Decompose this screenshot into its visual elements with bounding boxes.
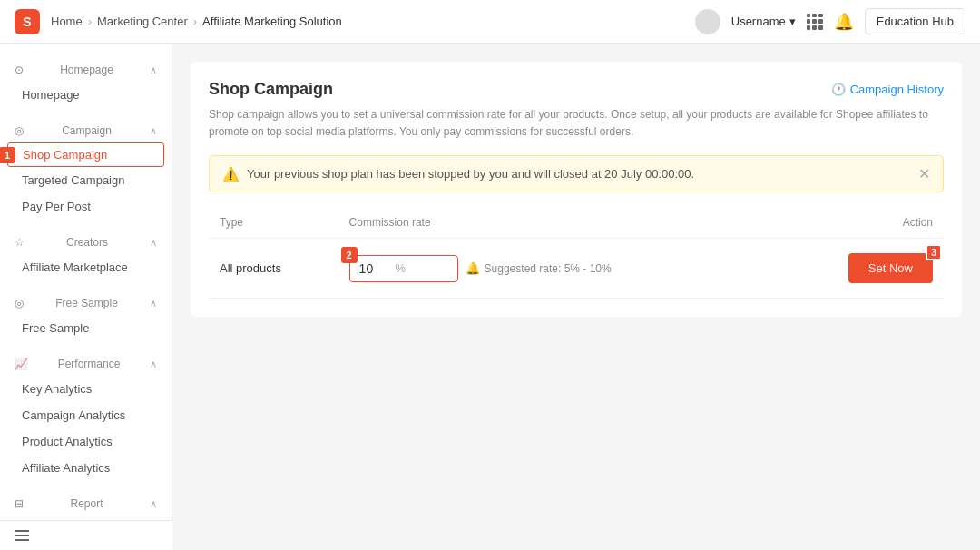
sidebar-section-homepage: ⊙ Homepage ∧ Homepage [0,51,172,112]
sidebar-section-performance: 📈 Performance ∧ Key Analytics Campaign A… [0,345,172,485]
report-section-label: Report [70,497,103,510]
homepage-chevron-icon[interactable]: ∧ [150,64,157,76]
homepage-section-icon: ⊙ [15,64,24,76]
step-badge-2: 2 [341,247,358,263]
chevron-down-icon: ▾ [789,15,796,28]
sidebar-section-header-creators: ☆ Creators ∧ [0,231,172,254]
percent-sign: % [396,261,407,275]
col-commission-rate: Commission rate [338,207,779,239]
creators-chevron-icon[interactable]: ∧ [150,237,157,249]
app-layout: ⊙ Homepage ∧ Homepage ◎ Campaign ∧ 1 Sho… [0,44,980,550]
commission-table: Type Commission rate Action All products… [209,207,944,299]
report-section-icon: ⊟ [15,497,24,510]
set-now-button[interactable]: Set Now [848,253,933,283]
table-header-row: Type Commission rate Action [209,207,944,239]
sidebar-section-header-campaign: ◎ Campaign ∧ [0,119,172,142]
free-sample-section-icon: ◎ [15,297,24,309]
alert-close-button[interactable]: ✕ [918,165,930,182]
sidebar-section-free-sample: ◎ Free Sample ∧ Free Sample [0,284,172,345]
hamburger-icon[interactable] [15,530,29,541]
performance-chevron-icon[interactable]: ∧ [150,358,157,370]
sidebar-section-header-homepage: ⊙ Homepage ∧ [0,58,172,82]
sidebar-item-pay-per-post[interactable]: Pay Per Post [0,193,172,220]
col-action: Action [779,207,944,239]
campaign-history-link[interactable]: 🕐 Campaign History [831,83,944,96]
clock-icon: 🕐 [831,83,846,96]
homepage-section-label: Homepage [60,64,113,76]
sidebar-item-key-analytics[interactable]: Key Analytics [0,376,172,402]
sidebar-item-homepage[interactable]: Homepage [0,82,172,108]
table-row: All products 2 % 🔔 Suggested [209,239,944,299]
app-logo: S [15,9,40,34]
card-description: Shop campaign allows you to set a univer… [209,106,944,141]
row-type: All products [209,239,338,299]
breadcrumb: Home › Marketing Center › Affiliate Mark… [51,15,342,28]
sidebar-item-campaign-analytics[interactable]: Campaign Analytics [0,402,172,428]
step-badge-1: 1 [0,147,15,163]
campaign-section-icon: ◎ [15,124,24,137]
free-sample-section-label: Free Sample [55,297,118,309]
row-commission: 2 % 🔔 Suggested rate: 5% - 10% [338,239,779,299]
performance-section-icon: 📈 [15,358,28,370]
performance-section-label: Performance [58,358,121,370]
breadcrumb-sep2: › [193,15,197,28]
creators-section-label: Creators [66,236,108,249]
username-button[interactable]: Username ▾ [731,15,796,28]
shop-campaign-card: Shop Campaign 🕐 Campaign History Shop ca… [191,62,962,317]
row-action: Set Now 3 [779,239,944,299]
sidebar-item-product-analytics[interactable]: Product Analytics [0,428,172,455]
sidebar-item-free-sample[interactable]: Free Sample [0,315,172,341]
campaign-section-label: Campaign [62,124,112,137]
page-title: Shop Campaign [209,80,333,99]
commission-cell: 2 % 🔔 Suggested rate: 5% - 10% [349,255,769,282]
alert-content: ⚠️ Your previous shop plan has been stop… [222,166,694,182]
sidebar-item-affiliate-analytics[interactable]: Affiliate Analytics [0,455,172,481]
suggested-rate-label: Suggested rate: 5% - 10% [485,262,612,275]
sidebar-section-header-performance: 📈 Performance ∧ [0,352,172,376]
breadcrumb-current: Affiliate Marketing Solution [202,15,342,28]
commission-input-wrap: 2 % [349,255,458,282]
breadcrumb-home[interactable]: Home [51,15,83,28]
sidebar-item-targeted-campaign[interactable]: Targeted Campaign [0,167,172,193]
sidebar-section-campaign: ◎ Campaign ∧ 1 Shop Campaign Targeted Ca… [0,112,172,223]
main-content: Shop Campaign 🕐 Campaign History Shop ca… [172,44,980,550]
sidebar-item-shop-campaign[interactable]: 1 Shop Campaign [7,142,164,167]
username-label: Username [731,15,786,28]
col-type: Type [209,207,338,239]
warning-icon: ⚠️ [222,166,240,182]
shop-campaign-label: Shop Campaign [23,148,107,162]
sidebar-section-header-free-sample: ◎ Free Sample ∧ [0,291,172,315]
breadcrumb-sep1: › [88,15,92,28]
header-right: Username ▾ 🔔 Education Hub [695,8,965,34]
sidebar-section-creators: ☆ Creators ∧ Affiliate Marketplace [0,223,172,284]
education-hub-button[interactable]: Education Hub [865,8,965,34]
free-sample-chevron-icon[interactable]: ∧ [150,298,157,309]
campaign-history-label: Campaign History [850,83,944,96]
grid-icon[interactable] [807,14,823,30]
alert-message: Your previous shop plan has been stopped… [247,167,694,181]
sidebar-bottom-bar [0,520,172,550]
commission-input[interactable] [359,261,396,276]
step-badge-3: 3 [926,244,942,260]
set-now-wrap: Set Now 3 [789,253,933,283]
alert-banner: ⚠️ Your previous shop plan has been stop… [209,155,944,192]
card-header: Shop Campaign 🕐 Campaign History [209,80,944,99]
notification-bell-icon[interactable]: 🔔 [834,12,854,32]
app-header: S Home › Marketing Center › Affiliate Ma… [0,0,980,44]
report-chevron-icon[interactable]: ∧ [150,498,157,510]
breadcrumb-marketing[interactable]: Marketing Center [97,15,188,28]
avatar [695,9,720,34]
campaign-chevron-icon[interactable]: ∧ [150,125,157,137]
sidebar-item-affiliate-marketplace[interactable]: Affiliate Marketplace [0,254,172,280]
sidebar: ⊙ Homepage ∧ Homepage ◎ Campaign ∧ 1 Sho… [0,44,172,550]
suggested-rate: 🔔 Suggested rate: 5% - 10% [466,261,612,275]
creators-section-icon: ☆ [15,236,24,249]
sidebar-section-header-report: ⊟ Report ∧ [0,492,172,516]
bell-icon: 🔔 [466,261,480,275]
